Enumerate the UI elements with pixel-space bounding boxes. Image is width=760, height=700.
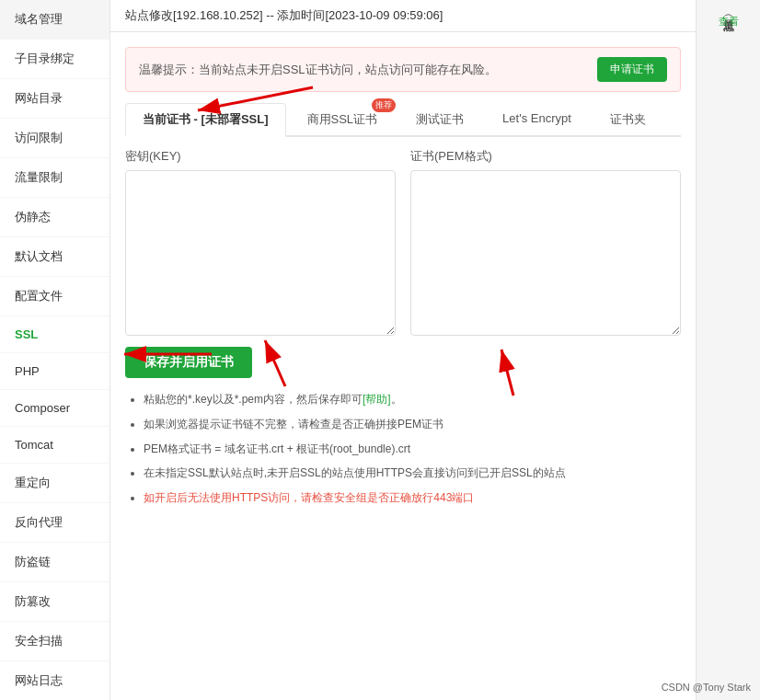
instruction-item-2: PEM格式证书 = 域名证书.crt + 根证书(root_bundle).cr… [144, 439, 681, 460]
instructions: 粘贴您的*.key以及*.pem内容，然后保存即可[帮助]。如果浏览器提示证书链… [125, 389, 681, 512]
sidebar-item-traffic[interactable]: 流量限制 [0, 158, 109, 198]
sidebar-item-composer[interactable]: Composer [0, 390, 109, 427]
instruction-item-0: 粘贴您的*.key以及*.pem内容，然后保存即可[帮助]。 [144, 389, 681, 410]
cert-textarea[interactable] [410, 170, 681, 336]
instruction-item-1: 如果浏览器提示证书链不完整，请检查是否正确拼接PEM证书 [144, 414, 681, 435]
sidebar: 域名管理 子目录绑定 网站目录 访问限制 流量限制 伪静态 默认文档 配置文件 … [0, 0, 110, 700]
sidebar-item-domain[interactable]: 域名管理 [0, 0, 109, 40]
page-title: 站点修改[192.168.10.252] -- 添加时间[2023-10-09 … [125, 8, 443, 22]
sidebar-item-pseudo-static[interactable]: 伪静态 [0, 198, 109, 237]
key-textarea[interactable] [125, 170, 396, 336]
tab-cert-folder-label: 证书夹 [610, 112, 646, 126]
warning-text: 温馨提示：当前站点未开启SSL证书访问，站点访问可能存在风险。 [139, 62, 497, 78]
main-panel: 站点修改[192.168.10.252] -- 添加时间[2023-10-09 … [110, 0, 696, 700]
key-form-group: 密钥(KEY) [125, 148, 396, 336]
cert-label: 证书(PEM格式) [410, 148, 681, 165]
sidebar-item-reverse-proxy[interactable]: 反向代理 [0, 503, 109, 543]
tab-lets-encrypt[interactable]: Let's Encrypt [485, 103, 589, 135]
tab-cert-folder[interactable]: 证书夹 [593, 103, 663, 135]
tab-test-cert-label: 测试证书 [416, 112, 464, 126]
sidebar-item-php[interactable]: PHP [0, 353, 109, 390]
key-label: 密钥(KEY) [125, 148, 396, 165]
tab-commercial-ssl-badge: 推荐 [372, 98, 396, 112]
sidebar-item-tomcat[interactable]: Tomcat [0, 427, 109, 464]
sidebar-item-default-doc[interactable]: 默认文档 [0, 237, 109, 277]
sidebar-item-site-log[interactable]: 网站日志 [0, 661, 109, 700]
tab-commercial-ssl[interactable]: 商用SSL证书 推荐 [290, 103, 396, 135]
right-panel: 总流量（ 查看 [696, 0, 760, 700]
sidebar-item-config-file[interactable]: 配置文件 [0, 277, 109, 316]
help-link[interactable]: [帮助] [363, 393, 391, 406]
watermark: CSDN @Tony Stark [662, 682, 751, 693]
instruction-item-3: 在未指定SSL默认站点时,未开启SSL的站点使用HTTPS会直接访问到已开启SS… [144, 463, 681, 484]
instruction-red-4: 如开启后无法使用HTTPS访问，请检查安全组是否正确放行443端口 [144, 491, 474, 504]
sidebar-item-redirect[interactable]: 重定向 [0, 464, 109, 503]
sidebar-item-subdir[interactable]: 子目录绑定 [0, 40, 109, 79]
apply-cert-button[interactable]: 申请证书 [597, 57, 667, 82]
warning-banner: 温馨提示：当前站点未开启SSL证书访问，站点访问可能存在风险。 申请证书 [125, 47, 681, 92]
content-area: 温馨提示：当前站点未开启SSL证书访问，站点访问可能存在风险。 申请证书 当前证… [110, 32, 696, 700]
view-traffic-link[interactable]: 查看 [719, 15, 739, 29]
page-header: 站点修改[192.168.10.252] -- 添加时间[2023-10-09 … [110, 0, 696, 32]
instruction-item-4: 如开启后无法使用HTTPS访问，请检查安全组是否正确放行443端口 [144, 488, 681, 509]
cert-form-group: 证书(PEM格式) [410, 148, 681, 336]
tab-lets-encrypt-label: Let's Encrypt [502, 111, 571, 125]
tab-current-cert-label: 当前证书 - [未部署SSL] [143, 112, 269, 126]
save-cert-button[interactable]: 保存并启用证书 [125, 347, 252, 378]
sidebar-item-ssl[interactable]: SSL [0, 316, 109, 353]
tab-current-cert[interactable]: 当前证书 - [未部署SSL] [125, 103, 286, 137]
sidebar-item-tamper[interactable]: 防篡改 [0, 582, 109, 622]
sidebar-item-webdir[interactable]: 网站目录 [0, 79, 109, 119]
sidebar-item-security-scan[interactable]: 安全扫描 [0, 622, 109, 661]
instructions-list: 粘贴您的*.key以及*.pem内容，然后保存即可[帮助]。如果浏览器提示证书链… [125, 389, 681, 509]
sidebar-item-access[interactable]: 访问限制 [0, 119, 109, 158]
tab-commercial-ssl-label: 商用SSL证书 [307, 112, 378, 126]
sidebar-item-hotlink[interactable]: 防盗链 [0, 543, 109, 582]
tabs-container: 当前证书 - [未部署SSL] 商用SSL证书 推荐 测试证书 Let's En… [125, 103, 681, 137]
tab-test-cert[interactable]: 测试证书 [398, 103, 481, 135]
cert-form-row: 密钥(KEY) 证书(PEM格式) [125, 148, 681, 336]
